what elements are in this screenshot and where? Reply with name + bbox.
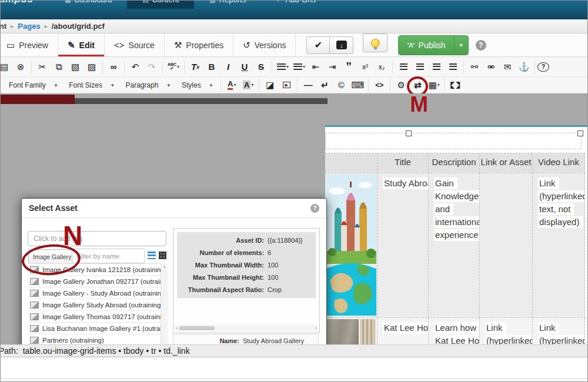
scrollbar-thumb[interactable] — [179, 326, 215, 330]
cell-link-or-asset[interactable] — [480, 173, 533, 317]
cell-video-link[interactable]: Link(hyperlinkedtext, notdisplayed) — [533, 173, 585, 317]
subscript-icon[interactable]: x₂ — [373, 60, 390, 74]
check-in-button[interactable]: ✔ — [306, 36, 330, 54]
spellcheck-icon[interactable]: ABC✓ ▾ — [165, 60, 182, 74]
background-color-icon[interactable]: A▾ — [240, 78, 256, 92]
fullscreen-icon[interactable]: ◤◥◣◢ — [447, 78, 464, 92]
table-row[interactable]: Study Abroad GainKnowledgeandinternation… — [325, 173, 585, 318]
insert-video-icon[interactable]: ▶ — [278, 78, 295, 92]
vertical-scrollbar[interactable]: ˄ ˅ — [161, 263, 168, 344]
toolbar-help-icon[interactable]: ? — [537, 62, 549, 72]
font-family-select[interactable]: Font Family▾ — [3, 79, 63, 92]
table-icon[interactable]: ▦▾ — [426, 78, 442, 92]
resize-handle[interactable] — [406, 130, 412, 136]
nav-item-content[interactable]: ▤ Content — [127, 1, 194, 9]
editable-region[interactable]: Title Description Link or Asset Video Li… — [325, 125, 587, 344]
tab-properties[interactable]: ⚒ Properties — [165, 33, 233, 56]
tag-input[interactable] — [28, 231, 166, 246]
styles-select[interactable]: Styles▾ — [176, 79, 218, 92]
row-image-cell[interactable] — [325, 173, 377, 317]
breadcrumb-pages-link[interactable]: Pages — [18, 22, 40, 31]
nav-item-reports[interactable]: ▥ Reports — [194, 1, 261, 9]
unlink-icon[interactable]: ⚮ — [483, 60, 499, 74]
nav-item-addons[interactable]: ↗ Add-Ons — [261, 1, 331, 9]
indent-icon[interactable]: ⇥ — [324, 60, 340, 74]
cell-title[interactable]: Kat Lee Hong — [377, 318, 429, 344]
scroll-up-icon[interactable]: ˄ — [163, 264, 166, 270]
asset-list-item[interactable]: Image Gallery Study Abroad (outraining) — [28, 299, 168, 311]
grid-view-icon[interactable] — [159, 252, 166, 259]
tab-edit[interactable]: ✎ Edit — [58, 33, 105, 56]
source-code-icon[interactable]: <> — [371, 78, 387, 92]
asset-list-item[interactable]: Image Gallery - Study Abroad (outraining… — [28, 287, 168, 299]
font-color-icon[interactable]: A▾ — [223, 78, 240, 92]
outdent-icon[interactable]: ⇤ — [308, 60, 324, 74]
bullet-list-icon[interactable]: ▾ — [275, 60, 291, 74]
nav-item-dashboard[interactable]: ▦ Dashboard — [49, 1, 127, 9]
paste-icon[interactable]: ▧ — [67, 60, 83, 74]
empty-editable-row[interactable] — [325, 133, 582, 149]
scroll-right-icon[interactable]: › — [315, 325, 317, 331]
publish-dropdown[interactable]: ▾ — [454, 36, 468, 55]
line-break-icon[interactable]: ↵ — [316, 78, 333, 92]
save-version-button[interactable]: ↓ — [330, 36, 353, 54]
insert-asset-icon[interactable]: ⇄ M — [409, 78, 426, 92]
asset-list-item[interactable]: Partners (outraining) — [28, 334, 168, 344]
preview-horizontal-scrollbar[interactable]: ‹ › — [175, 324, 318, 331]
special-character-icon[interactable]: ⌨ — [349, 78, 366, 92]
help-button[interactable]: ? — [476, 40, 486, 51]
find-replace-icon[interactable]: ∞ — [105, 60, 122, 74]
page-status-button[interactable] — [363, 33, 387, 52]
cell-video-link[interactable]: Link(hyperlinked — [533, 318, 585, 344]
breadcrumb-root[interactable]: nt — [0, 22, 6, 31]
resize-handle[interactable] — [577, 130, 583, 136]
asset-list-item[interactable]: Image Gallery Ivanka 121218 (outraining) — [28, 264, 168, 276]
font-sizes-select[interactable]: Font Sizes▾ — [63, 79, 119, 92]
mailto-icon[interactable]: ✉ — [499, 60, 516, 74]
cut-icon[interactable]: ✂ — [34, 60, 51, 74]
tab-source[interactable]: <> Source — [105, 33, 165, 56]
underline-icon[interactable]: U — [236, 60, 253, 74]
asset-list-item[interactable]: Image Gallery Jonathan 092717 (outrainin… — [28, 276, 168, 287]
image-grid-table[interactable]: Title Description Link or Asset Video Li… — [325, 153, 585, 344]
strikethrough-icon[interactable]: S — [253, 60, 269, 74]
tab-versions[interactable]: ↺ Versions — [233, 33, 296, 56]
undo-icon[interactable]: ↶ — [127, 60, 143, 74]
blockquote-icon[interactable]: ” — [340, 60, 357, 74]
superscript-icon[interactable]: x² — [357, 60, 373, 74]
list-view-icon[interactable] — [148, 252, 156, 259]
copy-icon[interactable]: ⧉ — [51, 60, 67, 74]
modal-help-icon[interactable]: ? — [310, 204, 319, 213]
redo-icon[interactable]: ↷ — [143, 60, 160, 74]
table-row[interactable]: Kat Lee Hong Learn howKat Lee Hong Link(… — [325, 318, 585, 344]
cell-link-or-asset[interactable]: Link(hyperlinked — [480, 318, 533, 344]
tab-preview[interactable]: ▭ Preview — [0, 33, 58, 56]
align-center-icon[interactable] — [412, 60, 428, 74]
italic-icon[interactable]: I — [220, 60, 236, 74]
justify-icon[interactable] — [445, 60, 461, 74]
paste-as-text-icon[interactable]: ▨ — [83, 60, 100, 74]
insert-image-icon[interactable]: ◪ — [262, 78, 278, 92]
paragraph-select[interactable]: Paragraph▾ — [119, 79, 176, 92]
scroll-left-icon[interactable]: ‹ — [176, 325, 178, 331]
copyright-icon[interactable]: © — [333, 78, 349, 92]
link-icon[interactable]: ⚯ — [466, 60, 483, 74]
align-right-icon[interactable] — [428, 60, 445, 74]
clear-formatting-icon[interactable]: Tx — [187, 60, 203, 74]
align-left-icon[interactable] — [395, 60, 412, 74]
asset-list-item[interactable]: Lisa Buchanan Image Gallery #1 (outraini… — [28, 323, 168, 334]
cancel-icon[interactable]: ⊗ — [12, 60, 29, 74]
asset-list[interactable]: Image Gallery Ivanka 121218 (outraining)… — [28, 263, 168, 344]
publish-button[interactable]: "A" Publish ▾ — [398, 35, 468, 55]
bold-icon[interactable]: B — [203, 60, 220, 74]
asset-list-item[interactable]: Image Gallery Thomas 092717 (outraining) — [28, 311, 168, 323]
filter-by-name-input[interactable] — [72, 249, 145, 263]
cell-description[interactable]: Learn howKat Lee Hong — [429, 318, 480, 344]
horizontal-rule-icon[interactable]: — — [300, 78, 316, 92]
cell-description[interactable]: GainKnowledgeandinternationalexperience — [429, 173, 480, 317]
numbered-list-icon[interactable]: ▾ — [291, 60, 308, 74]
save-icon[interactable]: ▤ — [0, 60, 12, 74]
row-image-cell[interactable] — [325, 318, 377, 344]
cell-title[interactable]: Study Abroad — [377, 173, 429, 317]
snippet-puzzle-icon[interactable]: ⚙ — [393, 78, 409, 92]
